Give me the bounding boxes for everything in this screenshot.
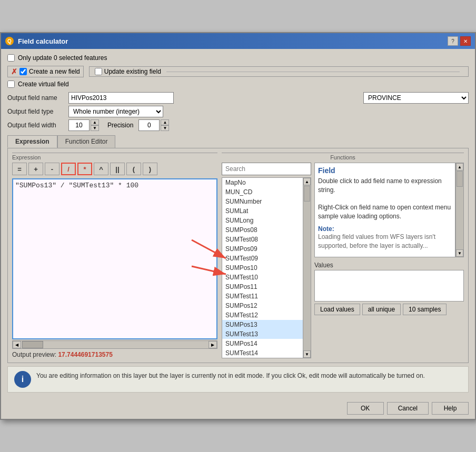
ok-button[interactable]: OK [347,402,384,415]
ten-samples-btn[interactable]: 10 samples [403,304,447,315]
values-label: Values [314,262,464,269]
app-icon: Q [5,37,14,45]
values-section: Values Load values all unique 10 samples [314,262,464,315]
info-text: You are editing information on this laye… [36,371,425,380]
cancel-button[interactable]: Cancel [387,402,429,415]
province-dropdown[interactable]: PROVINCE [363,92,469,104]
op-pipe[interactable]: || [110,163,125,175]
list-item[interactable]: SUMNumber [222,197,303,206]
help-button[interactable]: Help [432,402,469,415]
h-scrollbar[interactable]: ◀ ▶ [12,340,217,349]
load-values-btn[interactable]: Load values [314,304,360,315]
desc-note-text: Loading field values from WFS layers isn… [318,233,452,250]
list-item[interactable]: MapNo [222,178,303,187]
function-list-container: MapNo MUN_CD SUMNumber SUMLat SUMLong SU… [222,163,311,358]
list-item[interactable]: SUMTest10 [222,273,303,282]
output-field-type-select[interactable]: Whole number (integer) [68,106,163,117]
op-open-paren[interactable]: ( [126,163,141,175]
desc-scroll-up[interactable]: ▲ [456,163,463,170]
width-up-btn[interactable]: ▲ [91,119,99,125]
list-item[interactable]: SUMPos12 [222,301,303,310]
tab-function-editor[interactable]: Function Editor [57,135,116,148]
search-input[interactable] [222,163,311,175]
main-area: Expression = + - / * ^ || ( ) "SUMPos13"… [7,148,469,363]
values-buttons: Load values all unique 10 samples [314,304,464,315]
op-minus[interactable]: - [45,163,60,175]
list-item[interactable]: SUMPos14 [222,339,303,348]
create-virtual-label: Create virtual field [18,81,69,88]
list-item-sumtest13[interactable]: SUMTest13 [222,329,303,339]
tabs-row: Expression Function Editor [7,135,469,148]
list-item[interactable]: SUMPos11 [222,282,303,292]
help-titlebar-button[interactable]: ? [448,36,458,46]
close-titlebar-button[interactable]: ✕ [460,36,471,46]
scroll-thumb[interactable] [304,186,310,202]
width-input[interactable] [68,119,90,131]
output-field-width-row: Output field width ▲ ▼ Precision ▲ ▼ [7,119,469,131]
width-down-btn[interactable]: ▼ [91,125,99,131]
scroll-right-btn[interactable]: ▶ [209,341,217,348]
expression-editor[interactable]: "SUMPos13" / "SUMTest13" * 100 [12,178,217,339]
op-divide[interactable]: / [61,163,76,175]
op-equals[interactable]: = [12,163,27,175]
list-item[interactable]: SUMLong [222,216,303,225]
scroll-left-btn[interactable]: ◀ [13,341,21,348]
scroll-down-btn[interactable]: ▼ [303,350,311,358]
width-spinner-buttons: ▲ ▼ [91,119,99,131]
desc-main-text: Double click to add field name to expres… [318,177,452,221]
op-close-paren[interactable]: ) [143,163,157,175]
list-item[interactable]: SUMTest14 [222,348,303,358]
list-item[interactable]: SUMTest09 [222,254,303,263]
output-field-type-row: Output field type Whole number (integer) [7,106,469,117]
all-unique-btn[interactable]: all unique [362,304,401,315]
create-new-field-checkbox[interactable] [19,68,27,75]
tab-expression[interactable]: Expression [7,135,57,148]
only-update-label: Only update 0 selected features [18,54,107,62]
info-bar: i You are editing information on this la… [7,366,469,393]
list-item[interactable]: SUMTest12 [222,310,303,320]
create-update-row: ✗ Create a new field Update existing fie… [7,66,469,77]
only-update-row: Only update 0 selected features [7,54,469,62]
output-field-width-label: Output field width [7,122,65,129]
precision-input[interactable] [138,119,160,131]
list-and-scrollbar: MapNo MUN_CD SUMNumber SUMLat SUMLong SU… [222,177,311,358]
list-item[interactable]: SUMLat [222,206,303,216]
functions-top: MapNo MUN_CD SUMNumber SUMLat SUMLong SU… [222,163,464,358]
output-field-type-label: Output field type [7,108,65,115]
scroll-up-btn[interactable]: ▲ [303,178,311,185]
output-preview: Output preview: 17.7444691713575 [12,351,217,358]
width-spinner: ▲ ▼ [68,119,99,131]
update-existing-checkbox[interactable] [95,68,102,75]
list-item[interactable]: SUMPos08 [222,225,303,235]
only-update-checkbox[interactable] [7,54,15,62]
dialog-content: Only update 0 selected features ✗ Create… [1,49,475,398]
output-field-name-row: Output field name PROVINCE [7,92,469,104]
op-multiply[interactable]: * [77,163,92,175]
list-item-sumpos13[interactable]: SUMPos13 [222,320,303,329]
precision-label: Precision [107,122,133,129]
create-new-x-mark: ✗ [11,67,17,76]
output-field-name-input[interactable] [68,92,174,104]
list-item[interactable]: SUMTest11 [222,292,303,301]
desc-scroll-down[interactable]: ▼ [456,249,463,257]
desc-scrollbar[interactable]: ▲ ▼ [455,163,464,257]
list-scrollbar[interactable]: ▲ ▼ [303,177,311,358]
expression-section: Expression = + - / * ^ || ( ) "SUMPos13"… [12,153,217,358]
op-plus[interactable]: + [28,163,43,175]
virtual-field-row: Create virtual field [7,81,469,88]
list-item[interactable]: SUMTest08 [222,235,303,244]
desc-scroll-thumb[interactable] [457,171,463,187]
list-item[interactable]: MUN_CD [222,187,303,197]
precision-down-btn[interactable]: ▼ [161,125,169,131]
precision-up-btn[interactable]: ▲ [161,119,169,125]
scroll-track [303,185,311,350]
h-scroll-thumb[interactable] [22,341,43,348]
op-caret[interactable]: ^ [94,163,108,175]
function-desc-container: Field Double click to add field name to … [314,163,464,358]
info-icon: i [14,371,31,388]
create-virtual-checkbox[interactable] [7,81,15,88]
create-new-field-label: Create a new field [29,68,80,75]
output-field-name-label: Output field name [7,94,65,102]
list-item[interactable]: SUMPos10 [222,263,303,273]
list-item[interactable]: SUMPos09 [222,244,303,254]
